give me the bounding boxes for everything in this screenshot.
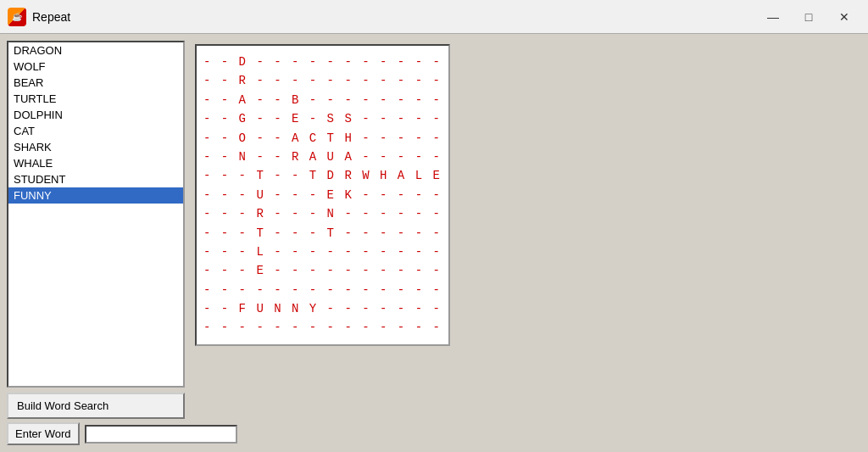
word-list-item[interactable]: CAT <box>8 123 183 139</box>
left-panel: DRAGONWOLFBEARTURTLEDOLPHINCATSHARKWHALE… <box>7 41 185 445</box>
word-list-item[interactable]: BEAR <box>8 75 183 91</box>
word-list-item[interactable]: TURTLE <box>8 91 183 107</box>
word-list-item[interactable]: WHALE <box>8 155 183 171</box>
word-list-item[interactable]: WOLF <box>8 59 183 75</box>
word-list[interactable]: DRAGONWOLFBEARTURTLEDOLPHINCATSHARKWHALE… <box>7 41 185 388</box>
buttons-area: Build Word Search Enter Word <box>7 393 185 445</box>
window-controls: — □ ✕ <box>756 4 861 30</box>
close-button[interactable]: ✕ <box>827 4 861 30</box>
enter-word-row: Enter Word <box>7 422 185 445</box>
word-search-grid: - - D - - - - - - - - - - - - - R - - - … <box>195 44 450 346</box>
word-list-item[interactable]: SHARK <box>8 139 183 155</box>
minimize-button[interactable]: — <box>756 4 790 30</box>
grid-panel: - - D - - - - - - - - - - - - - R - - - … <box>192 41 861 445</box>
word-list-item[interactable]: DRAGON <box>8 42 183 59</box>
maximize-button[interactable]: □ <box>792 4 826 30</box>
window-title: Repeat <box>32 10 756 24</box>
main-content: DRAGONWOLFBEARTURTLEDOLPHINCATSHARKWHALE… <box>0 34 868 452</box>
enter-word-button[interactable]: Enter Word <box>7 422 80 445</box>
java-logo: ☕ <box>8 8 26 26</box>
app-icon: ☕ <box>7 7 27 27</box>
word-list-item[interactable]: STUDENT <box>8 171 183 187</box>
build-word-search-button[interactable]: Build Word Search <box>7 393 185 419</box>
word-list-item[interactable]: FUNNY <box>8 187 183 204</box>
word-list-item[interactable]: DOLPHIN <box>8 107 183 123</box>
title-bar: ☕ Repeat — □ ✕ <box>0 0 868 34</box>
